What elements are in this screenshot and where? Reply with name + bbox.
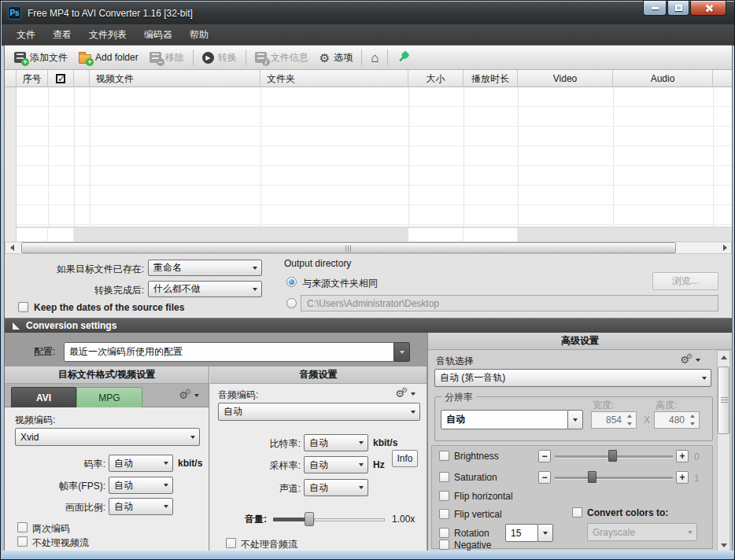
add-files-button[interactable]: + 添加文件 [9,48,73,68]
convert-button[interactable]: ▶ 转换 [197,48,242,68]
rotation-dropdown-button[interactable] [537,524,553,542]
column-audio[interactable]: Audio [613,70,713,87]
horizontal-scrollbar-thumb[interactable] [21,242,676,253]
tab-avi[interactable]: AVI [11,387,76,407]
channels-dropdown[interactable]: 自动 [304,479,368,496]
resolution-dropdown[interactable]: 自动 [441,410,568,429]
column-index[interactable]: 序号 [17,70,48,87]
if-exists-dropdown[interactable]: 重命名 [148,260,262,276]
column-check-all[interactable] [48,70,74,87]
minus-badge-icon: − [157,58,164,66]
remove-button[interactable]: − 移除 [144,48,190,68]
video-presets-gear-button[interactable]: ⚙⚙ [179,390,199,400]
video-bitrate-value: 自动 [114,457,133,470]
file-info-button[interactable]: i 文件信息 [249,48,314,68]
no-video-checkbox[interactable] [17,536,28,547]
spinner-arrows[interactable] [688,413,697,427]
menu-file[interactable]: 文件 [8,24,44,46]
volume-slider-handle[interactable] [305,512,314,526]
if-exists-label: 如果目标文件已存在: [5,263,144,276]
vertical-scrollbar-thumb[interactable] [718,367,729,434]
menu-file-list[interactable]: 文件列表 [80,24,135,46]
brightness-slider-handle[interactable] [608,450,617,462]
chevron-down-icon [543,532,548,535]
column-duration[interactable]: 播放时长 [464,70,518,87]
audio-track-dropdown[interactable]: 自动 (第一音轨) [434,369,711,387]
gear-icon: ⚙ [185,388,191,396]
scroll-left-button[interactable] [6,242,18,253]
maximize-button[interactable] [667,1,689,16]
no-audio-checkbox[interactable] [226,538,236,548]
saturation-plus-button[interactable]: + [676,471,689,484]
video-codec-dropdown[interactable]: Xvid [15,428,200,446]
volume-slider-track[interactable] [314,518,385,521]
column-video[interactable]: Video [518,70,613,87]
saturation-slider-handle[interactable] [588,471,596,483]
tab-mpg[interactable]: MPG [76,387,142,407]
keep-dates-checkbox[interactable] [18,302,28,312]
same-folder-radio[interactable] [286,277,297,287]
saturation-checkbox[interactable] [439,472,449,482]
width-spinner[interactable]: 854 [591,411,637,429]
rotation-checkbox[interactable] [439,528,449,538]
aspect-dropdown[interactable]: 自动 [109,498,173,515]
chevron-down-icon [164,462,168,465]
two-pass-checkbox[interactable] [17,522,28,532]
brightness-value: 0 [694,451,700,462]
saturation-slider-track[interactable] [555,477,673,479]
file-list-body[interactable] [5,87,732,241]
track-gear-button[interactable]: ⚙⚙ [680,355,700,365]
audio-presets-gear-button[interactable]: ⚙⚙ [395,389,416,399]
browse-button[interactable]: 浏览... [652,272,718,290]
custom-folder-radio[interactable] [286,298,297,308]
flip-horizontal-checkbox[interactable] [439,491,449,501]
height-spinner[interactable]: 480 [654,411,700,429]
options-button[interactable]: ⚙ 选项 [314,48,358,68]
output-path-field[interactable]: C:\Users\Administrator\Desktop [301,295,718,311]
negative-checkbox[interactable] [439,540,449,550]
video-bitrate-dropdown[interactable]: 自动 [109,455,173,472]
spinner-arrows[interactable] [625,413,634,427]
pin-button[interactable] [391,48,415,67]
saturation-minus-button[interactable]: − [538,471,551,484]
audio-codec-dropdown[interactable]: 自动 [218,403,420,421]
scroll-right-button[interactable] [718,242,731,253]
horizontal-scrollbar[interactable] [5,241,732,254]
remove-file-icon: − [150,52,161,63]
brightness-plus-button[interactable]: + [676,450,689,462]
column-size[interactable]: 大小 [408,70,464,87]
column-video-file[interactable]: 视频文件 [90,70,260,87]
arrow-up-icon [690,414,695,418]
add-folder-button[interactable]: + Add folder [73,49,144,67]
profile-dropdown-button[interactable] [393,342,410,362]
resolution-dropdown-button[interactable] [567,410,583,429]
home-button[interactable]: ⌂ [365,48,384,68]
aspect-value: 自动 [114,500,133,514]
rotation-dropdown[interactable]: 15 [505,524,538,542]
flip-vertical-checkbox[interactable] [439,509,449,519]
after-convert-dropdown[interactable]: 什么都不做 [148,281,262,297]
menu-view[interactable]: 查看 [44,24,80,46]
menu-help[interactable]: 帮助 [181,24,217,46]
info-button[interactable]: Info [392,450,418,467]
fps-dropdown[interactable]: 自动 [109,477,173,494]
profile-dropdown[interactable]: 最近一次编码所使用的配置 [64,342,394,362]
brightness-minus-button[interactable]: − [538,450,551,462]
grip-icon [345,245,353,252]
sample-rate-dropdown[interactable]: 自动 [304,456,368,473]
close-button[interactable] [690,1,726,16]
menu-encoders[interactable]: 编码器 [135,24,181,46]
chevron-down-icon [359,463,364,466]
add-folder-label: Add folder [95,52,139,63]
convert-colors-checkbox[interactable] [572,507,582,518]
conversion-settings-toggle[interactable]: Conversion settings [5,318,732,333]
saturation-label: Saturation [454,472,497,483]
scroll-down-button[interactable] [718,539,729,551]
brightness-checkbox[interactable] [439,451,449,461]
vertical-scrollbar[interactable] [717,350,730,552]
audio-bitrate-dropdown[interactable]: 自动 [304,434,368,451]
minimize-button[interactable] [643,1,667,16]
scroll-up-button[interactable] [718,351,729,363]
column-folder[interactable]: 文件夹 [260,70,408,87]
convert-colors-dropdown[interactable]: Grayscale [587,523,697,541]
